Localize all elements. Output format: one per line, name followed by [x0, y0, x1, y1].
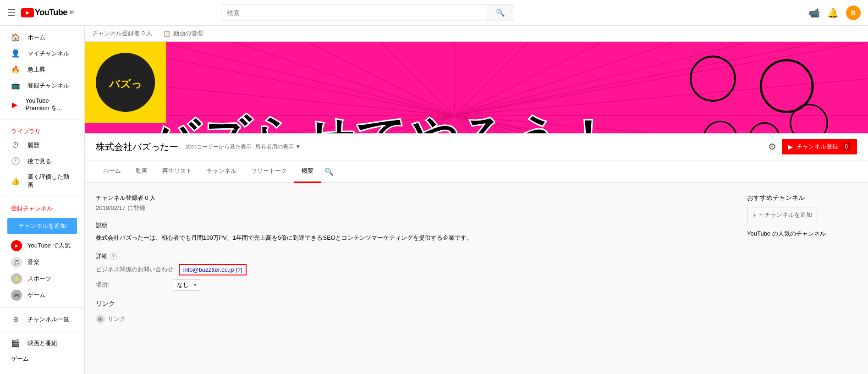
sidebar-item-history-label: 履歴: [27, 141, 39, 149]
header: ☰ YouTube JP 🔍 📹 🔔 B: [0, 0, 868, 26]
subscribe-btn-label: チャンネル登録: [797, 143, 838, 151]
menu-icon[interactable]: ☰: [7, 7, 16, 18]
sidebar-item-subscriptions[interactable]: 📺 登録チャンネル: [0, 77, 84, 94]
layout: 🏠 ホーム 👤 マイチャンネル 🔥 急上昇 📺 登録チャンネル ▶ YouTub…: [0, 26, 868, 374]
sidebar-item-home[interactable]: 🏠 ホーム: [0, 29, 84, 45]
sidebar-item-games[interactable]: 🎮 ゲーム: [0, 287, 84, 303]
sidebar-item-subscriptions-label: 登録チャンネル: [27, 82, 69, 90]
tv-icon: 📺: [11, 81, 20, 90]
subscribers-section: チャンネル登録者 0 人 2019/02/17 に登録: [96, 194, 736, 212]
channel-tabs: ホーム 動画 再生リスト チャンネル フリートーク 概要 🔍: [85, 160, 868, 183]
sidebar-item-channel-list[interactable]: ⊕ チャンネル一覧: [0, 311, 84, 327]
subscribe-button[interactable]: ▶ チャンネル登録 0: [782, 139, 857, 154]
youtube-logo[interactable]: YouTube JP: [21, 8, 74, 17]
svg-text:バズらせてやろう！: バズらせてやろう！: [146, 111, 613, 133]
sidebar-item-history[interactable]: ⏱ 履歴: [0, 138, 84, 153]
sidebar-item-premium[interactable]: ▶ YouTube Premium を...: [0, 94, 84, 116]
thumbsup-icon: 👍: [11, 177, 20, 186]
add-channel-sidebar-label: + チャンネルを追加: [759, 211, 812, 219]
channel-info-right: ⚙ ▶ チャンネル登録 0: [768, 139, 857, 154]
email-link[interactable]: info@buzztter.co.jp [?]: [179, 264, 247, 275]
plus-icon: +: [753, 212, 757, 219]
description-section: 説明 株式会社バズったーは、初心者でも月間100万PV、1年間で売上高を5倍に到…: [96, 221, 736, 243]
toolbar-manage-videos[interactable]: 📋 動画の管理: [163, 29, 203, 38]
video-camera-icon[interactable]: 📹: [808, 7, 820, 18]
avatar[interactable]: B: [846, 6, 861, 20]
description-text: 株式会社バズったーは、初心者でも月間100万PV、1年間で売上高を5倍に到達でき…: [96, 233, 736, 243]
gear-button[interactable]: ⚙: [768, 141, 776, 152]
view-as-label[interactable]: 次のユーザーから見た表示: [186, 143, 252, 151]
clock-icon: 🕐: [11, 157, 20, 165]
sidebar: 🏠 ホーム 👤 マイチャンネル 🔥 急上昇 📺 登録チャンネル ▶ YouTub…: [0, 26, 85, 374]
sidebar-item-yt-popular[interactable]: ▶ YouTube で人気: [0, 237, 84, 254]
details-question-mark[interactable]: ?: [110, 253, 117, 260]
toolbar-subscribers[interactable]: チャンネル登録者 0 人: [92, 29, 152, 38]
channel-list-label: チャンネル一覧: [27, 315, 69, 324]
channel-about-main: チャンネル登録者 0 人 2019/02/17 に登録 説明 株式会社バズったー…: [96, 194, 736, 326]
sidebar-item-liked-label: 高く評価した動画: [27, 173, 73, 189]
business-inquiry-row: ビジネス関係のお問い合わせ: info@buzztter.co.jp [?]: [96, 264, 736, 275]
owner-view-label[interactable]: 所有者用の表示 ▼: [255, 143, 301, 151]
youtube-red-icon: ▶: [11, 100, 18, 109]
links-title: リンク: [96, 300, 736, 308]
youtube-logo-sup: JP: [69, 10, 74, 15]
business-inquiry-label: ビジネス関係のお問い合わせ:: [96, 265, 175, 274]
tab-freetalk[interactable]: フリートーク: [244, 160, 294, 183]
game-thumb: 🎮: [11, 290, 22, 301]
details-title: 詳細 ?: [96, 252, 736, 260]
tab-about[interactable]: 概要: [294, 160, 321, 183]
add-link-icon: ⊕: [96, 314, 105, 324]
registered-date: 2019/02/17 に登録: [96, 204, 736, 212]
sidebar-item-movies[interactable]: 🎬 映画と番組: [0, 335, 84, 351]
details-section: 詳細 ? ビジネス関係のお問い合わせ: info@buzztter.co.jp …: [96, 252, 736, 291]
sidebar-item-mychannel[interactable]: 👤 マイチャンネル: [0, 45, 84, 61]
bell-icon[interactable]: 🔔: [827, 7, 839, 18]
search-input[interactable]: [221, 5, 487, 21]
add-link-button[interactable]: ⊕ リンク: [96, 312, 126, 326]
sidebar-divider-4: [0, 331, 84, 331]
sports-label: スポーツ: [27, 275, 51, 283]
header-right: 📹 🔔 B: [808, 6, 861, 20]
add-channel-button[interactable]: チャンネルを追加: [7, 218, 77, 234]
sports-thumb: ⭐: [11, 273, 22, 284]
tab-channels[interactable]: チャンネル: [199, 160, 244, 183]
sidebar-item-mychannel-label: マイチャンネル: [27, 50, 69, 58]
main-content: チャンネル登録者 0 人 📋 動画の管理: [85, 26, 868, 374]
header-left: ☰ YouTube JP: [7, 7, 74, 18]
sidebar-item-home-label: ホーム: [27, 33, 45, 42]
email-question: [?]: [236, 266, 242, 273]
movies-label: 映画と番組: [27, 339, 57, 347]
sidebar-item-music[interactable]: 🎵 音楽: [0, 254, 84, 270]
sidebar-item-watchlater[interactable]: 🕐 後で見る: [0, 153, 84, 169]
games-bottom-label: ゲーム: [11, 355, 29, 363]
trending-icon: 🔥: [11, 65, 20, 74]
add-channel-sidebar-button[interactable]: + + チャンネルを追加: [747, 208, 818, 222]
channel-toolbar: チャンネル登録者 0 人 📋 動画の管理: [85, 26, 868, 42]
links-section: リンク ⊕ リンク: [96, 300, 736, 326]
channel-info-bar: 株式会社バズったー 次のユーザーから見た表示 所有者用の表示 ▼ ⚙ ▶ チャン…: [85, 133, 868, 160]
tab-home[interactable]: ホーム: [96, 160, 128, 183]
tab-playlists[interactable]: 再生リスト: [155, 160, 199, 183]
yt-popular-thumb: ▶: [11, 240, 22, 251]
email-text: info@buzztter.co.jp: [183, 266, 234, 273]
sidebar-item-gaming[interactable]: ゲーム: [0, 351, 84, 367]
subscribe-count: 0: [842, 143, 851, 151]
tab-search-icon[interactable]: 🔍: [321, 163, 337, 181]
banner-inner: バズっ バズらせてやろう！: [85, 42, 868, 133]
sidebar-item-trending-label: 急上昇: [27, 66, 45, 74]
sidebar-item-liked[interactable]: 👍 高く評価した動画: [0, 169, 84, 193]
music-thumb: 🎵: [11, 257, 22, 268]
sidebar-item-sports[interactable]: ⭐ スポーツ: [0, 270, 84, 287]
tab-videos[interactable]: 動画: [128, 160, 155, 183]
channel-info-meta: 次のユーザーから見た表示 所有者用の表示 ▼: [186, 143, 301, 151]
channel-right-sidebar: おすすめチャンネル + + チャンネルを追加 YouTube の人気のチャンネル: [747, 194, 857, 326]
speed-lines-svg: バズっ バズらせてやろう！: [85, 42, 868, 133]
location-select[interactable]: なし: [173, 279, 200, 291]
channel-name: 株式会社バズったー: [96, 141, 178, 153]
youtube-logo-text: YouTube: [35, 8, 67, 17]
location-label: 場所:: [96, 280, 169, 289]
yt-popular-label: YouTube で人気: [27, 242, 71, 250]
sidebar-item-trending[interactable]: 🔥 急上昇: [0, 61, 84, 77]
search-button[interactable]: 🔍: [487, 5, 514, 21]
manage-videos-icon: 📋: [163, 30, 170, 37]
